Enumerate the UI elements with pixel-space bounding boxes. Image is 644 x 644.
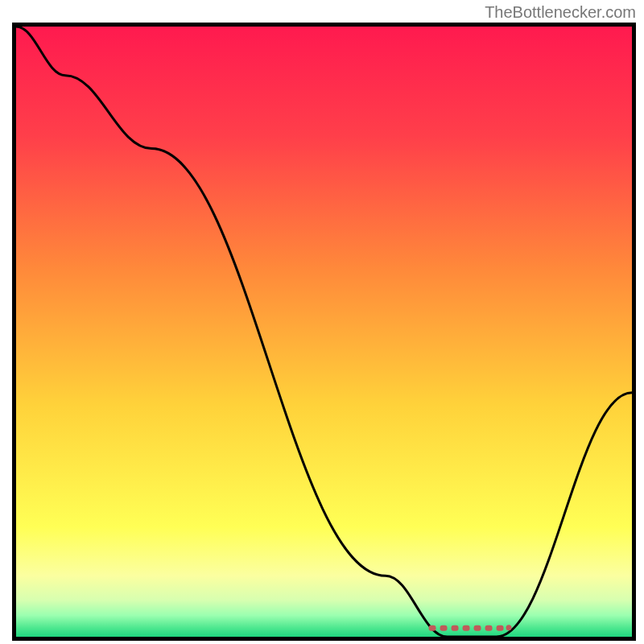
chart-frame xyxy=(12,23,636,641)
svg-rect-3 xyxy=(463,625,470,631)
chart-background xyxy=(16,27,632,637)
svg-point-7 xyxy=(506,625,512,630)
svg-rect-6 xyxy=(497,625,504,631)
svg-rect-2 xyxy=(452,625,459,631)
svg-rect-1 xyxy=(440,625,448,631)
bottleneck-chart xyxy=(16,27,632,637)
svg-rect-0 xyxy=(429,625,436,631)
watermark-text: TheBottlenecker.com xyxy=(485,3,636,22)
svg-rect-4 xyxy=(474,625,481,631)
svg-rect-5 xyxy=(485,625,493,631)
